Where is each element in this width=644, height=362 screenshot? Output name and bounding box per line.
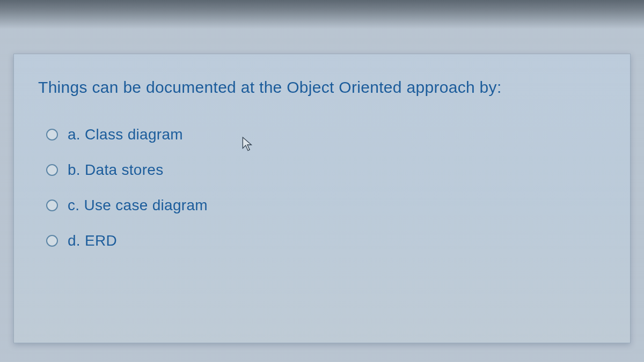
option-c[interactable]: c. Use case diagram [46, 197, 611, 214]
option-a[interactable]: a. Class diagram [46, 126, 611, 143]
question-card: Things can be documented at the Object O… [13, 54, 631, 343]
option-label: c. Use case diagram [68, 197, 208, 214]
option-label: a. Class diagram [68, 126, 183, 143]
option-label: d. ERD [68, 232, 117, 249]
option-label: b. Data stores [68, 161, 164, 179]
radio-icon[interactable] [46, 129, 58, 141]
options-group: a. Class diagram b. Data stores c. Use c… [38, 126, 611, 249]
option-b[interactable]: b. Data stores [46, 161, 611, 179]
question-text: Things can be documented at the Object O… [38, 78, 611, 97]
option-d[interactable]: d. ERD [46, 232, 611, 249]
radio-icon[interactable] [46, 235, 58, 247]
radio-icon[interactable] [46, 164, 58, 176]
radio-icon[interactable] [46, 200, 58, 211]
